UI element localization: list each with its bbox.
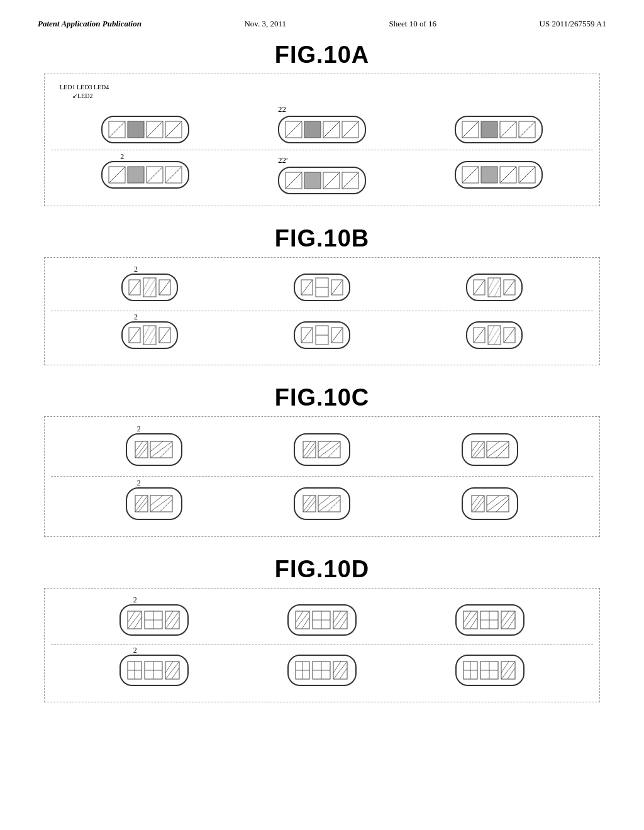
pill2-pattern: [284, 120, 360, 139]
fig10c-row-bottom: 2: [51, 477, 593, 530]
fig10d-top-pill1: [119, 604, 189, 636]
svg-line-114: [135, 495, 143, 506]
fig10c-diagram: 2: [44, 416, 600, 537]
svg-line-59: [488, 278, 501, 297]
figure-10b: FIG.10B 2: [44, 225, 600, 365]
bpill2-pattern: [284, 171, 360, 190]
svg-line-11: [323, 121, 340, 138]
svg-line-100: [318, 441, 340, 458]
fig10d-bottom-pill2: [287, 655, 357, 686]
fig10c-ref2-top: 2: [137, 424, 141, 434]
fig10b-ref2-bottom: 2: [134, 313, 138, 322]
svg-line-55: [331, 280, 343, 295]
fig10c-bottom-pill1-group: 2: [126, 487, 182, 520]
svg-line-27: [165, 167, 182, 183]
fig10a-bottom-pill1: [101, 161, 189, 189]
svg-line-88: [135, 441, 148, 458]
fig10c-top-pill1-group: 2: [126, 433, 182, 466]
svg-line-71: [159, 328, 170, 343]
fig10b-bottom-pill2-group: [294, 321, 350, 349]
svg-line-110: [496, 445, 509, 458]
fig10c-title: FIG.10C: [44, 384, 600, 411]
fig10d-bottom-pill1: [119, 655, 189, 686]
svg-line-6: [165, 121, 182, 138]
fig10b-top-pill1-group: 2: [121, 274, 178, 301]
svg-line-116: [150, 495, 172, 512]
date-label: Nov. 3, 2011: [244, 19, 286, 29]
fig10a-title: FIG.10A: [44, 42, 600, 69]
svg-line-22: [109, 167, 125, 183]
svg-line-67: [143, 326, 156, 345]
fig10a-top-pill1-group: [101, 116, 189, 143]
svg-line-122: [303, 495, 311, 506]
fig10c-bp3-svg: [470, 492, 511, 516]
svg-line-128: [472, 495, 484, 512]
svg-line-94: [160, 445, 172, 458]
svg-line-29: [286, 172, 302, 189]
fig10a-ref22p-group: 22′: [278, 155, 366, 194]
svg-line-81: [488, 326, 501, 345]
svg-line-104: [472, 441, 484, 458]
fig10d-title: FIG.10D: [44, 556, 600, 583]
fig10c-top-pill2-group: [294, 433, 350, 466]
svg-line-165: [501, 611, 515, 629]
svg-line-185: [333, 661, 347, 679]
fig10d-p1-svg: [126, 609, 182, 631]
svg-line-130: [472, 495, 479, 506]
fig10a-bottom-pill3: [455, 161, 543, 189]
svg-line-158: [464, 611, 477, 629]
fig10a-diagram: LED1 LED3 LED4 ↙LED2: [44, 74, 600, 206]
fig10b-p3-svg: [473, 277, 516, 297]
svg-line-108: [487, 441, 509, 458]
fig10b-p2-svg: [301, 277, 343, 297]
svg-line-73: [301, 328, 313, 343]
svg-line-118: [160, 499, 172, 512]
svg-line-13: [342, 121, 358, 138]
svg-line-39: [500, 167, 516, 183]
fig10b-top-pill1: [121, 274, 178, 301]
ref22p-label: 22′: [278, 155, 288, 165]
svg-line-98: [303, 441, 311, 451]
fig10c-ref2-bottom: 2: [137, 479, 141, 488]
svg-line-79: [474, 328, 485, 343]
fig10c-top-pill3-group: [462, 433, 518, 466]
svg-line-147: [296, 611, 309, 629]
svg-line-57: [474, 280, 485, 295]
publication-label: Patent Application Publication: [38, 19, 142, 29]
ref2-label-bottom: 2: [120, 152, 124, 162]
svg-line-25: [147, 167, 163, 183]
svg-line-124: [318, 495, 340, 512]
fig10c-top-pill2: [294, 433, 350, 466]
fig10a-row-top: LED1 LED3 LED4 ↙LED2: [51, 80, 593, 150]
page-header: Patent Application Publication Nov. 3, 2…: [0, 0, 644, 35]
fig10d-bottom-pill3-group: [455, 655, 525, 686]
svg-line-43: [129, 280, 140, 295]
svg-line-41: [519, 167, 535, 183]
svg-line-45: [143, 278, 156, 297]
fig10d-top-pill3-group: [455, 604, 525, 636]
fig10b-ref2-top: 2: [134, 265, 138, 274]
svg-line-90: [135, 441, 143, 451]
svg-line-136: [128, 611, 142, 629]
fig10d-ref2-bottom: 2: [133, 646, 137, 655]
fig10c-p1-svg: [133, 438, 174, 462]
fig10b-p1-svg: [128, 277, 171, 297]
main-content: FIG.10A LED1 LED3 LED4 ↙LED2: [0, 35, 644, 740]
svg-line-102: [328, 445, 340, 458]
fig10a-bottom-pill3-wrap: [455, 161, 543, 189]
svg-rect-9: [304, 121, 321, 138]
fig10d-row-bottom: 2: [51, 645, 593, 695]
svg-line-134: [496, 499, 509, 512]
svg-line-34: [342, 172, 358, 189]
svg-line-63: [504, 280, 515, 295]
svg-line-49: [159, 280, 170, 295]
pill3-pattern: [461, 120, 536, 139]
svg-line-36: [462, 167, 479, 183]
figure-10c: FIG.10C 2: [44, 384, 600, 537]
fig10d-top-pill2-group: [287, 604, 357, 636]
svg-line-154: [333, 611, 347, 629]
fig10a-row-bottom: 2 22′: [51, 150, 593, 199]
bpill1-pattern: [108, 165, 183, 184]
svg-line-8: [286, 121, 302, 138]
svg-line-4: [147, 121, 163, 138]
